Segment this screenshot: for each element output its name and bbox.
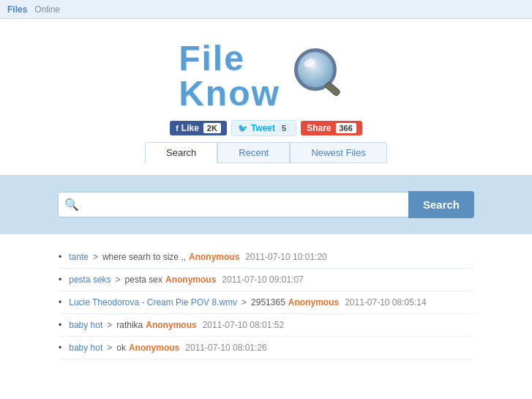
result-link[interactable]: Lucie Theodorova - Cream Pie POV 8.wmv xyxy=(69,297,237,307)
result-link[interactable]: baby hot xyxy=(69,343,102,353)
logo-container: File Know xyxy=(179,41,353,111)
files-nav-link[interactable]: Files xyxy=(7,4,27,15)
search-input[interactable] xyxy=(85,193,370,217)
result-link[interactable]: baby hot xyxy=(69,320,102,330)
result-list-item: baby hot > rathika Anonymous 2011-07-10 … xyxy=(59,314,473,337)
result-date: 2011-07-10 08:05:14 xyxy=(345,297,426,307)
svg-rect-3 xyxy=(324,81,341,97)
sh-count: 366 xyxy=(336,123,356,133)
result-query: 2951365 xyxy=(251,297,285,307)
result-user: Anonymous xyxy=(146,320,196,330)
results-area: tante > where searh to size ,, Anonymous… xyxy=(0,234,532,371)
result-link[interactable]: tante xyxy=(69,252,89,262)
tw-count: 5 xyxy=(278,123,290,133)
result-link[interactable]: pesta seks xyxy=(69,275,110,285)
result-query: rathika xyxy=(116,320,143,330)
twitter-icon: 🐦 xyxy=(238,124,248,133)
tw-tweet-label: Tweet xyxy=(251,123,275,133)
logo-text: File Know xyxy=(179,41,280,111)
result-query: pesta sex xyxy=(125,275,162,285)
search-button[interactable]: Search xyxy=(408,191,474,218)
top-navigation-bar: Files Online xyxy=(0,0,532,19)
result-query: where searh to size ,, xyxy=(102,252,186,262)
sh-label: Share xyxy=(307,123,331,133)
online-status: Online xyxy=(34,4,60,15)
search-area: 🔍 Search xyxy=(0,175,532,234)
fb-like-label: Like xyxy=(181,123,199,133)
result-list-item: Lucie Theodorova - Cream Pie POV 8.wmv >… xyxy=(59,291,473,314)
result-separator: > xyxy=(93,252,98,262)
tab-bar: Search Recent Newest Files xyxy=(0,142,532,163)
logo-area: File Know xyxy=(0,19,532,175)
share-button[interactable]: Share 366 xyxy=(301,121,362,135)
tab-recent[interactable]: Recent xyxy=(217,142,290,163)
result-date: 2011-07-10 10:01:20 xyxy=(245,252,326,262)
result-separator: > xyxy=(107,343,112,353)
result-list-item: tante > where searh to size ,, Anonymous… xyxy=(59,246,473,269)
facebook-icon: f xyxy=(176,124,179,133)
result-list-item: pesta seks > pesta sex Anonymous 2011-07… xyxy=(59,269,473,291)
facebook-like-button[interactable]: f Like 2K xyxy=(170,121,227,135)
result-date: 2011-07-10 09:01:07 xyxy=(222,275,303,285)
fb-count: 2K xyxy=(203,123,221,133)
search-icon: 🔍 xyxy=(59,198,85,212)
svg-point-1 xyxy=(298,52,333,87)
result-user: Anonymous xyxy=(288,297,339,307)
result-list-item: baby hot > ok Anonymous 2011-07-10 08:01… xyxy=(59,337,473,359)
result-date: 2011-07-10 08:01:26 xyxy=(185,343,266,353)
twitter-tweet-button[interactable]: 🐦 Tweet 5 xyxy=(231,120,296,136)
result-user: Anonymous xyxy=(189,252,239,262)
tab-search[interactable]: Search xyxy=(145,142,217,163)
result-separator: > xyxy=(241,297,247,307)
magnifier-icon xyxy=(288,43,353,109)
search-form: 🔍 xyxy=(58,192,409,217)
logo-line1: File xyxy=(179,41,245,76)
tab-newest-files[interactable]: Newest Files xyxy=(290,142,386,163)
result-separator: > xyxy=(107,320,112,330)
result-separator: > xyxy=(116,275,121,285)
result-date: 2011-07-10 08:01:52 xyxy=(203,320,284,330)
result-query: ok xyxy=(116,343,126,353)
result-user: Anonymous xyxy=(165,275,216,285)
logo-line2: Know xyxy=(179,76,280,111)
result-user: Anonymous xyxy=(129,343,179,353)
social-buttons-row: f Like 2K 🐦 Tweet 5 Share 366 xyxy=(0,120,532,136)
